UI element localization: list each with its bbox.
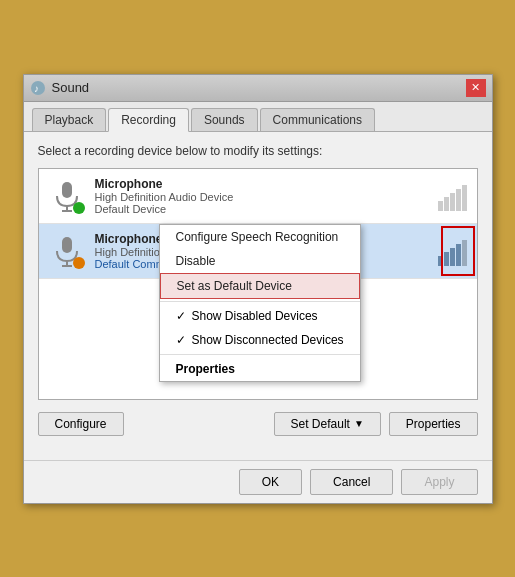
bar (456, 189, 461, 211)
bar (450, 193, 455, 211)
device-icon-2 (49, 233, 85, 269)
bar (444, 252, 449, 266)
dropdown-arrow-icon: ▼ (354, 418, 364, 429)
svg-text:♪: ♪ (34, 83, 39, 94)
level-bars-1 (438, 181, 467, 211)
bar (462, 185, 467, 211)
bar (438, 256, 443, 266)
status-dot-1 (73, 202, 85, 214)
check-mark-2: ✓ (176, 333, 186, 347)
instruction-text: Select a recording device below to modif… (38, 144, 478, 158)
bar (444, 197, 449, 211)
ctx-separator-1 (160, 301, 360, 302)
bar (450, 248, 455, 266)
device-icon-1 (49, 178, 85, 214)
bar (462, 240, 467, 266)
title-bar-left: ♪ Sound (30, 80, 90, 96)
window-title: Sound (52, 80, 90, 95)
ctx-show-disabled-label: Show Disabled Devices (192, 309, 318, 323)
title-bar: ♪ Sound ✕ (24, 75, 492, 102)
svg-rect-2 (62, 182, 72, 198)
device-sub1-1: High Definition Audio Device (95, 191, 428, 203)
bottom-buttons: Configure Set Default ▼ Properties (38, 412, 478, 436)
ctx-show-disconnected-label: Show Disconnected Devices (192, 333, 344, 347)
ctx-set-default[interactable]: Set as Default Device (160, 273, 360, 299)
status-dot-2 (73, 257, 85, 269)
tab-communications[interactable]: Communications (260, 108, 375, 131)
close-button[interactable]: ✕ (466, 79, 486, 97)
ctx-separator-2 (160, 354, 360, 355)
device-info-1: Microphone High Definition Audio Device … (95, 177, 428, 215)
set-default-button[interactable]: Set Default ▼ (274, 412, 381, 436)
device-item-1[interactable]: Microphone High Definition Audio Device … (39, 169, 477, 224)
ctx-show-disconnected[interactable]: ✓ Show Disconnected Devices (160, 328, 360, 352)
configure-button[interactable]: Configure (38, 412, 124, 436)
ctx-properties[interactable]: Properties (160, 357, 360, 381)
dialog-buttons: OK Cancel Apply (24, 460, 492, 503)
ctx-disable[interactable]: Disable (160, 249, 360, 273)
ctx-show-disabled[interactable]: ✓ Show Disabled Devices (160, 304, 360, 328)
bar (456, 244, 461, 266)
ctx-configure-speech[interactable]: Configure Speech Recognition (160, 225, 360, 249)
context-menu: Configure Speech Recognition Disable Set… (159, 224, 361, 382)
sound-dialog: ♪ Sound ✕ Playback Recording Sounds Comm… (23, 74, 493, 504)
tab-sounds[interactable]: Sounds (191, 108, 258, 131)
properties-button[interactable]: Properties (389, 412, 478, 436)
content-area: Select a recording device below to modif… (24, 132, 492, 460)
device-name-1: Microphone (95, 177, 428, 191)
speaker-icon: ♪ (30, 80, 46, 96)
tab-playback[interactable]: Playback (32, 108, 107, 131)
device-list[interactable]: Microphone High Definition Audio Device … (38, 168, 478, 400)
tab-bar: Playback Recording Sounds Communications (24, 102, 492, 132)
cancel-button[interactable]: Cancel (310, 469, 393, 495)
apply-button[interactable]: Apply (401, 469, 477, 495)
device-sub2-1: Default Device (95, 203, 428, 215)
ok-button[interactable]: OK (239, 469, 302, 495)
level-bars-2 (438, 236, 467, 266)
tab-recording[interactable]: Recording (108, 108, 189, 132)
check-mark-1: ✓ (176, 309, 186, 323)
bar (438, 201, 443, 211)
svg-rect-5 (62, 237, 72, 253)
